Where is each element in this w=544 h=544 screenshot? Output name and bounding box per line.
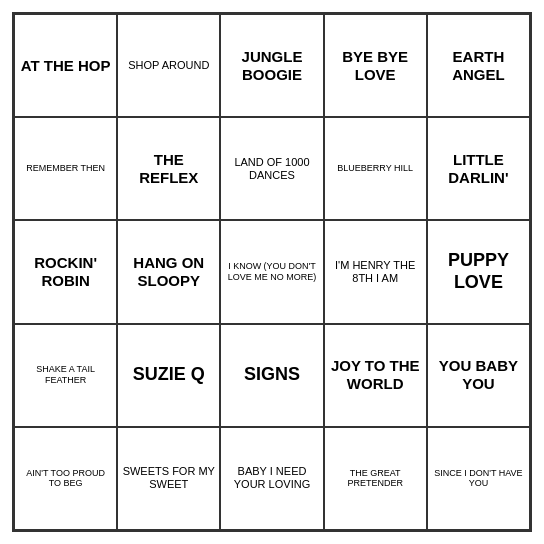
bingo-cell: HANG ON SLOOPY (117, 220, 220, 323)
bingo-cell: REMEMBER THEN (14, 117, 117, 220)
bingo-cell: THE REFLEX (117, 117, 220, 220)
cell-text: HANG ON SLOOPY (122, 254, 215, 290)
bingo-cell: THE GREAT PRETENDER (324, 427, 427, 530)
bingo-cell: ROCKIN' ROBIN (14, 220, 117, 323)
cell-text: ROCKIN' ROBIN (19, 254, 112, 290)
bingo-cell: AT THE HOP (14, 14, 117, 117)
cell-text: SWEETS FOR MY SWEET (122, 465, 215, 491)
bingo-card: AT THE HOPSHOP AROUNDJUNGLE BOOGIEBYE BY… (12, 12, 532, 532)
cell-text: LAND OF 1000 DANCES (225, 156, 318, 182)
cell-text: JOY TO THE WORLD (329, 357, 422, 393)
bingo-cell: SUZIE Q (117, 324, 220, 427)
cell-text: YOU BABY YOU (432, 357, 525, 393)
bingo-cell: JOY TO THE WORLD (324, 324, 427, 427)
cell-text: EARTH ANGEL (432, 48, 525, 84)
cell-text: I KNOW (YOU DON'T LOVE ME NO MORE) (225, 261, 318, 283)
cell-text: I'M HENRY THE 8TH I AM (329, 259, 422, 285)
cell-text: SHOP AROUND (128, 59, 209, 72)
bingo-cell: PUPPY LOVE (427, 220, 530, 323)
cell-text: AT THE HOP (21, 57, 111, 75)
cell-text: BYE BYE LOVE (329, 48, 422, 84)
bingo-cell: SWEETS FOR MY SWEET (117, 427, 220, 530)
cell-text: JUNGLE BOOGIE (225, 48, 318, 84)
cell-text: BABY I NEED YOUR LOVING (225, 465, 318, 491)
bingo-cell: SIGNS (220, 324, 323, 427)
bingo-cell: SINCE I DON'T HAVE YOU (427, 427, 530, 530)
cell-text: SUZIE Q (133, 364, 205, 386)
bingo-cell: SHOP AROUND (117, 14, 220, 117)
bingo-cell: LAND OF 1000 DANCES (220, 117, 323, 220)
bingo-cell: BABY I NEED YOUR LOVING (220, 427, 323, 530)
bingo-cell: BYE BYE LOVE (324, 14, 427, 117)
bingo-cell: I KNOW (YOU DON'T LOVE ME NO MORE) (220, 220, 323, 323)
cell-text: LITTLE DARLIN' (432, 151, 525, 187)
cell-text: AIN'T TOO PROUD TO BEG (19, 468, 112, 490)
cell-text: SINCE I DON'T HAVE YOU (432, 468, 525, 490)
cell-text: REMEMBER THEN (26, 163, 105, 174)
bingo-cell: I'M HENRY THE 8TH I AM (324, 220, 427, 323)
bingo-cell: LITTLE DARLIN' (427, 117, 530, 220)
bingo-cell: JUNGLE BOOGIE (220, 14, 323, 117)
cell-text: SIGNS (244, 364, 300, 386)
bingo-cell: SHAKE A TAIL FEATHER (14, 324, 117, 427)
cell-text: SHAKE A TAIL FEATHER (19, 364, 112, 386)
bingo-cell: YOU BABY YOU (427, 324, 530, 427)
cell-text: THE GREAT PRETENDER (329, 468, 422, 490)
cell-text: BLUEBERRY HILL (337, 163, 413, 174)
cell-text: THE REFLEX (122, 151, 215, 187)
bingo-cell: EARTH ANGEL (427, 14, 530, 117)
bingo-cell: AIN'T TOO PROUD TO BEG (14, 427, 117, 530)
bingo-cell: BLUEBERRY HILL (324, 117, 427, 220)
cell-text: PUPPY LOVE (432, 250, 525, 293)
